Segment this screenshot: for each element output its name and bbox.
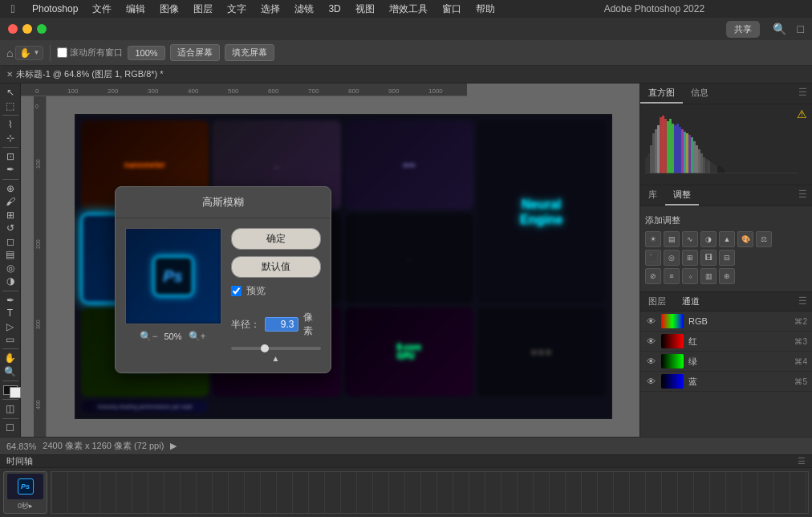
menu-layer[interactable]: 图层 (187, 2, 219, 17)
tab-channels[interactable]: 通道 (674, 292, 708, 311)
hand-tool-left[interactable]: ✋ (2, 352, 19, 364)
tab-library[interactable]: 库 (640, 185, 665, 206)
svg-rect-53 (722, 169, 725, 173)
tab-adjustments[interactable]: 调整 (665, 185, 699, 206)
zoom-out-icon[interactable]: 🔍− (140, 331, 157, 342)
photo-filter-adj-icon[interactable]: ◎ (664, 250, 680, 266)
ok-button[interactable]: 确定 (231, 228, 321, 250)
preview-checkbox[interactable] (231, 286, 242, 296)
channel-row-blue[interactable]: 👁 蓝 ⌘5 (640, 372, 812, 392)
eraser-tool[interactable]: ◻ (2, 235, 19, 247)
minimize-button[interactable] (22, 24, 32, 34)
tab-close-icon[interactable]: ✕ (6, 70, 13, 79)
fill-screen-btn[interactable]: 填充屏幕 (225, 44, 274, 61)
history-brush[interactable]: ↺ (2, 222, 19, 234)
timeline-panel-menu[interactable]: ☰ (798, 456, 806, 466)
zoom-status: 64.83% (6, 442, 36, 451)
radius-input[interactable]: 9.3 (265, 317, 298, 332)
default-button[interactable]: 默认值 (231, 256, 321, 278)
fit-screen-btn[interactable]: 适合屏幕 (170, 44, 220, 61)
apple-logo[interactable]:  (6, 2, 19, 15)
menu-type[interactable]: 文字 (221, 2, 253, 17)
channel-eye-red[interactable]: 👁 (645, 336, 656, 346)
tab-layers[interactable]: 图层 (640, 292, 674, 311)
gradientmap-adj-icon[interactable]: ▥ (700, 268, 717, 284)
lasso-tool[interactable]: ⌇ (2, 119, 19, 131)
clone-tool[interactable]: ⊞ (2, 209, 19, 221)
menu-edit[interactable]: 编辑 (120, 2, 152, 17)
share-button[interactable]: 共享 (726, 21, 760, 38)
channels-panel-menu[interactable]: ☰ (794, 292, 812, 311)
brush-tool[interactable]: 🖌 (2, 196, 19, 208)
library-panel-menu[interactable]: ☰ (794, 185, 812, 206)
tab-histogram[interactable]: 直方图 (640, 83, 683, 104)
svg-rect-21 (645, 157, 648, 173)
quick-mask-tool[interactable]: ◫ (2, 403, 19, 415)
radius-slider[interactable] (231, 347, 321, 350)
vibrance-adj-icon[interactable]: ▲ (719, 231, 735, 247)
zoom-in-icon[interactable]: 🔍+ (189, 331, 206, 342)
exposure-adj-icon[interactable]: ◑ (700, 231, 717, 247)
crop-tool[interactable]: ⊡ (2, 151, 19, 163)
svg-rect-47 (708, 161, 710, 173)
grid-adj-icon[interactable]: ⊟ (719, 250, 735, 266)
menu-3d[interactable]: 3D (322, 2, 347, 15)
home-icon[interactable]: ⌂ (6, 47, 13, 59)
levels-adj-icon[interactable]: ▤ (664, 231, 680, 247)
close-button[interactable] (8, 24, 18, 34)
hue-adj-icon[interactable]: 🎨 (737, 231, 753, 247)
colorbalance-adj-icon[interactable]: ⚖ (756, 231, 772, 247)
eyedropper-tool[interactable]: ✒ (2, 164, 19, 176)
menu-photoshop[interactable]: Photoshop (26, 2, 84, 15)
timeline-frame-1[interactable]: Ps 0秒▸ (3, 471, 47, 514)
invert-adj-icon[interactable]: ⊘ (645, 268, 661, 284)
blur-tool[interactable]: ◎ (2, 263, 19, 275)
curves-adj-icon[interactable]: ∿ (682, 231, 698, 247)
threshold-adj-icon[interactable]: ⬦ (682, 268, 698, 284)
canvas-viewport[interactable]: nanometer ... dots NeuralEngine (47, 96, 639, 437)
gradient-tool[interactable]: ▤ (2, 249, 19, 261)
search-icon[interactable]: 🔍 (773, 22, 786, 35)
menu-file[interactable]: 文件 (86, 2, 118, 17)
color-lookup-adj-icon[interactable]: 🎞 (700, 250, 717, 266)
pen-tool[interactable]: ✒ (2, 294, 19, 306)
channel-row-green[interactable]: 👁 绿 ⌘4 (640, 352, 812, 372)
histogram-panel-menu[interactable]: ☰ (794, 83, 812, 104)
menu-image[interactable]: 图像 (153, 2, 185, 17)
menu-filter[interactable]: 滤镜 (288, 2, 320, 17)
screen-mode[interactable]: ☐ (2, 421, 19, 434)
quick-select-tool[interactable]: ⊹ (2, 132, 19, 144)
channel-eye-green[interactable]: 👁 (645, 356, 656, 366)
brightness-adj-icon[interactable]: ☀ (645, 231, 661, 247)
app-title: Adobe Photoshop 2022 (503, 3, 806, 14)
bw-adj-icon[interactable]: ⬛ (645, 250, 661, 266)
channel-row-red[interactable]: 👁 红 ⌘3 (640, 332, 812, 352)
healing-tool[interactable]: ⊕ (2, 182, 19, 194)
selectivecolor-adj-icon[interactable]: ⊛ (719, 268, 735, 284)
channel-row-rgb[interactable]: 👁 RGB ⌘2 (640, 311, 812, 332)
tab-info[interactable]: 信息 (683, 83, 717, 104)
channels-section: 图层 通道 ☰ 👁 RGB ⌘2 👁 红 ⌘3 👁 (640, 292, 812, 437)
posterize-adj-icon[interactable]: ≡ (664, 268, 680, 284)
dodge-tool[interactable]: ◑ (2, 275, 19, 287)
marquee-tool[interactable]: ⬚ (2, 100, 19, 112)
menu-view[interactable]: 视图 (349, 2, 381, 17)
channel-eye-rgb[interactable]: 👁 (645, 316, 656, 326)
channel-eye-blue[interactable]: 👁 (645, 377, 656, 386)
menu-help[interactable]: 帮助 (469, 2, 501, 17)
menu-select[interactable]: 选择 (254, 2, 286, 17)
type-tool[interactable]: T (2, 307, 19, 320)
path-select-tool[interactable]: ▷ (2, 320, 19, 332)
zoom-value-btn[interactable]: 100% (128, 46, 164, 60)
channel-mixer-adj-icon[interactable]: ⊞ (682, 250, 698, 266)
hand-tool[interactable]: ✋ ▼ (15, 46, 43, 60)
menu-window[interactable]: 窗口 (436, 2, 468, 17)
move-tool[interactable]: ↖ (2, 87, 19, 99)
window-icon[interactable]: □ (798, 22, 804, 35)
menu-plugins[interactable]: 增效工具 (383, 2, 434, 17)
foreground-color[interactable] (3, 385, 18, 396)
zoom-tool[interactable]: 🔍 (2, 366, 19, 378)
scroll-windows-checkbox[interactable] (57, 47, 67, 58)
shape-tool[interactable]: ▭ (2, 334, 19, 346)
maximize-button[interactable] (37, 24, 47, 34)
